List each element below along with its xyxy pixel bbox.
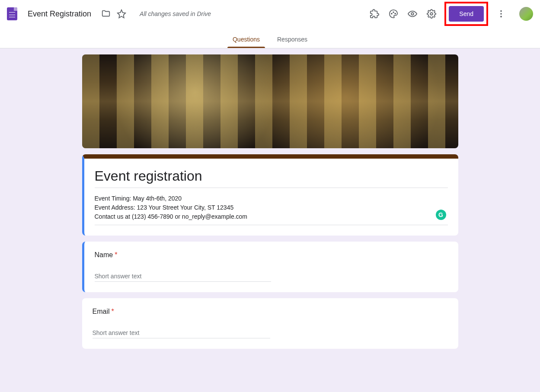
- form-header-image[interactable]: [82, 54, 458, 148]
- svg-point-4: [431, 13, 433, 15]
- tab-responses[interactable]: Responses: [268, 36, 316, 48]
- preview-icon[interactable]: [406, 8, 419, 20]
- short-answer-field[interactable]: Short answer text: [93, 328, 270, 338]
- short-answer-field[interactable]: Short answer text: [95, 271, 272, 282]
- account-avatar[interactable]: [519, 7, 533, 21]
- grammarly-icon[interactable]: G: [436, 210, 446, 220]
- required-star-icon: *: [112, 308, 114, 315]
- question-label[interactable]: Email*: [93, 308, 448, 316]
- svg-point-0: [391, 13, 392, 14]
- question-label[interactable]: Name*: [95, 251, 448, 259]
- star-icon[interactable]: [115, 8, 128, 20]
- svg-point-7: [500, 16, 502, 18]
- svg-point-2: [395, 13, 396, 14]
- question-text: Email: [93, 308, 110, 315]
- tabs-bar: Questions Responses: [0, 28, 540, 48]
- question-card-name[interactable]: Name* Short answer text: [82, 242, 458, 292]
- svg-point-5: [500, 10, 502, 12]
- more-icon[interactable]: [495, 8, 507, 20]
- app-header: Event Registration All changes saved in …: [0, 0, 540, 28]
- forms-logo-icon[interactable]: [7, 7, 17, 20]
- settings-icon[interactable]: [425, 8, 438, 20]
- content-area: Event registration Event Timing: May 4th…: [0, 48, 540, 349]
- header-actions: Send: [368, 2, 533, 26]
- customize-theme-icon[interactable]: [387, 8, 399, 20]
- question-card-email[interactable]: Email* Short answer text: [82, 298, 458, 349]
- question-text: Name: [95, 251, 113, 258]
- move-to-folder-icon[interactable]: [100, 8, 112, 20]
- form-title-card[interactable]: Event registration Event Timing: May 4th…: [82, 154, 458, 236]
- svg-point-3: [412, 13, 414, 15]
- send-button-highlight: Send: [444, 2, 488, 26]
- form-description[interactable]: Event Timing: May 4th-6th, 2020 Event Ad…: [95, 194, 448, 225]
- svg-point-6: [500, 13, 502, 15]
- document-title[interactable]: Event Registration: [28, 10, 91, 19]
- send-button[interactable]: Send: [449, 6, 484, 22]
- svg-point-1: [393, 12, 394, 13]
- required-star-icon: *: [115, 251, 117, 258]
- save-status: All changes saved in Drive: [140, 10, 211, 17]
- form-title[interactable]: Event registration: [95, 168, 448, 188]
- form-container: Event registration Event Timing: May 4th…: [82, 54, 458, 349]
- addons-icon[interactable]: [368, 8, 380, 20]
- tab-questions[interactable]: Questions: [224, 36, 268, 48]
